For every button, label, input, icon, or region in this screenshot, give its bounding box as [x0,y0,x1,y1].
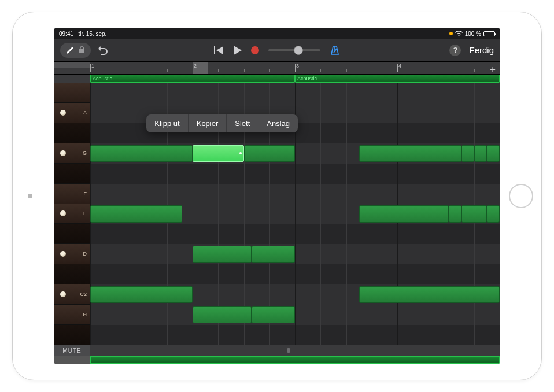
timeline-ruler-row: ＋ 1234 [54,62,500,75]
tick [346,69,347,72]
footer: MUTE [54,345,500,356]
fret-dot-icon [60,251,66,257]
bar-label: 1 [91,63,94,69]
region[interactable]: Acoustic [90,75,295,83]
skip-back-icon [214,46,224,54]
undo-button[interactable] [97,46,108,55]
scroll-thumb[interactable] [287,348,290,353]
piano-key[interactable] [54,224,90,244]
piano-key[interactable]: G [54,143,90,164]
midi-note[interactable] [461,205,487,222]
piano-key[interactable] [54,325,90,345]
playhead-indicator[interactable] [193,62,208,74]
piano-key[interactable]: F [54,184,90,204]
tick [449,69,449,72]
overview-strip[interactable] [54,356,500,364]
timeline-ruler[interactable]: ＋ 1234 [90,62,500,74]
master-volume-slider[interactable] [268,49,320,51]
toolbar: ? Ferdig [54,39,500,62]
midi-note[interactable] [90,205,182,222]
tick [218,69,219,72]
context-menu-item[interactable]: Klipp ut [146,114,188,132]
key-label: C2 [80,291,87,297]
context-menu-item[interactable]: Anslag [258,114,298,132]
piano-key[interactable]: D [54,244,90,264]
metronome-button[interactable] [330,45,340,56]
midi-note[interactable] [359,286,500,303]
wifi-icon [455,31,463,36]
key-label: H [83,312,87,317]
battery-pct: 100 % [465,31,481,37]
note-grid[interactable]: Klipp utKopierSlettAnslag [90,83,500,345]
piano-key[interactable]: A [54,103,90,123]
horizontal-scrollbar[interactable] [90,345,500,356]
context-menu: Klipp utKopierSlettAnslag [146,114,298,132]
done-button[interactable]: Ferdig [469,45,494,55]
lock-icon [79,46,85,54]
midi-note[interactable] [252,306,295,323]
tick [90,64,91,72]
help-button[interactable]: ? [449,45,461,56]
status-time: 09:41 [59,31,73,37]
midi-note[interactable] [90,286,193,303]
grid-line [320,83,321,345]
piano-key[interactable]: C2 [54,284,90,305]
midi-note[interactable] [252,246,295,262]
undo-icon [97,46,108,55]
midi-note[interactable] [359,145,461,162]
midi-note[interactable] [487,205,500,222]
tick [320,69,321,72]
play-button[interactable] [234,46,242,55]
edit-mode-toggle[interactable] [60,43,91,58]
piano-key[interactable] [54,164,90,184]
midi-note[interactable] [474,145,487,162]
fret-dot-icon [60,110,66,116]
key-label: G [83,150,87,156]
ruler-gutter [54,62,90,74]
piano-key[interactable] [54,83,90,103]
add-bar-button[interactable]: ＋ [488,64,497,74]
ipad-home-button[interactable] [509,184,533,208]
tick [372,69,372,72]
midi-note[interactable] [487,145,500,162]
rewind-button[interactable] [214,46,224,54]
midi-note-selected[interactable] [193,145,244,162]
location-indicator-icon [449,32,453,35]
volume-knob[interactable] [294,46,303,55]
piano-key[interactable]: H [54,305,90,325]
metronome-icon [330,45,340,56]
tick [423,69,423,72]
midi-note[interactable] [90,145,193,162]
tick [116,69,116,72]
app-screen: 09:41 tir. 15. sep. 100 % [54,28,500,364]
piano-key[interactable] [54,264,90,284]
key-label: A [83,110,87,116]
piano-key[interactable]: E [54,204,90,224]
midi-note[interactable] [359,205,449,222]
ipad-camera-dot [28,194,32,198]
midi-note[interactable] [244,145,296,162]
status-date: tir. 15. sep. [78,31,106,37]
region[interactable]: Acoustic [295,75,500,83]
midi-note[interactable] [193,246,252,262]
status-right: 100 % [449,31,495,37]
mute-button[interactable]: MUTE [54,345,90,356]
midi-note[interactable] [449,205,461,222]
key-label: F [84,191,87,197]
play-icon [234,46,242,55]
midi-note[interactable] [461,145,474,162]
midi-note[interactable] [193,306,252,323]
context-menu-item[interactable]: Kopier [189,114,227,132]
context-menu-item[interactable]: Slett [227,114,258,132]
key-label: E [83,210,87,216]
region-track[interactable]: AcousticAcoustic [90,75,500,83]
ipad-frame: 09:41 tir. 15. sep. 100 % [12,12,542,380]
bar-label: 4 [398,63,401,69]
tick [474,69,475,72]
tick [269,69,270,72]
bar-label: 3 [296,63,299,69]
pencil-icon [66,46,74,54]
tick [142,69,142,72]
piano-key[interactable] [54,123,90,143]
record-button[interactable] [251,46,259,54]
